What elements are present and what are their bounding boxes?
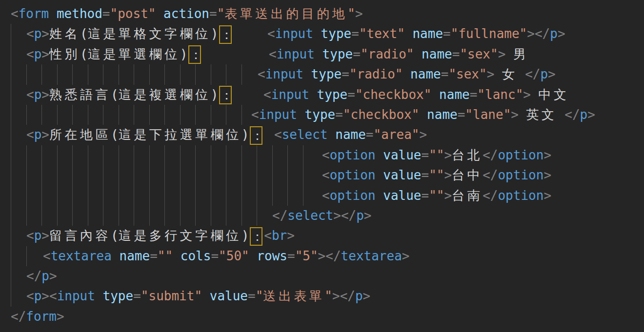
code-token: [402, 67, 410, 81]
indent-guide: [149, 64, 150, 84]
code-token: <: [26, 289, 34, 303]
code-token: p: [355, 289, 363, 303]
code-token: <: [26, 228, 34, 243]
code-token: [376, 168, 383, 182]
code-token: value: [383, 148, 421, 162]
indent-guide: [134, 206, 134, 226]
code-token: "lanc": [477, 87, 523, 102]
indent-guide: [11, 105, 11, 125]
code-chunk: <input type="checkbox" name="lanc"> 中文: [263, 85, 569, 105]
code-token: "fullname": [451, 26, 527, 41]
code-token: =: [470, 87, 478, 102]
code-line-7: <p>所在地區(這是下拉選單欄位)：<select name="area">: [0, 125, 644, 145]
code-token: value: [383, 168, 421, 182]
indent-guide: [164, 165, 165, 185]
code-token: <: [322, 148, 330, 162]
indent-guide: [149, 165, 150, 185]
code-token: option: [498, 188, 543, 203]
indent-guide: [287, 186, 288, 206]
indent-guide: [119, 165, 119, 185]
indent-guide: [11, 85, 11, 105]
code-token: =: [422, 168, 429, 182]
code-token: 女: [502, 67, 518, 81]
code-token: =: [133, 289, 141, 303]
code-token: input: [275, 26, 313, 41]
indent-guide: [103, 64, 103, 84]
indent-guide: [180, 145, 181, 165]
code-token: <: [49, 289, 57, 303]
code-token: >: [543, 168, 551, 182]
code-token: [156, 6, 163, 21]
code-token: [405, 26, 413, 41]
code-chunk: <option value="">台北</option>: [322, 145, 551, 165]
code-token: rows: [257, 249, 287, 263]
code-token: (: [111, 228, 119, 243]
code-token: p: [34, 127, 42, 142]
code-token: =: [248, 289, 256, 303]
code-token: option: [330, 188, 376, 203]
indent-guide: [57, 165, 58, 185]
code-token: >: [287, 228, 295, 243]
code-token: =: [351, 26, 359, 41]
code-token: option: [498, 148, 543, 162]
code-token: type: [317, 87, 348, 102]
code-token: [49, 6, 57, 21]
indent-guide: [134, 105, 134, 125]
code-line-9: <option value="">台中</option>: [0, 165, 644, 185]
code-token: 男: [513, 47, 529, 61]
indent-guide: [287, 165, 288, 185]
code-token: [249, 249, 257, 263]
indent-guide: [88, 165, 88, 185]
indent-guide: [242, 64, 242, 84]
indent-guide: [119, 186, 119, 206]
indent-guide: [26, 206, 27, 226]
indent-guide: [195, 105, 196, 125]
code-token: "": [429, 168, 444, 182]
code-token: [313, 26, 321, 41]
indent-guide: [26, 186, 27, 206]
code-token: >: [41, 289, 49, 303]
code-token: [414, 47, 422, 61]
code-line-16: </form>: [0, 307, 644, 327]
code-line-4: <input type="radio" name="sex"> 女 </p>: [0, 64, 644, 84]
indent-guide: [119, 206, 119, 226]
code-chunk: <input type="radio" name="sex"> 女 </p>: [258, 64, 556, 84]
code-token: textarea: [51, 249, 112, 263]
code-token: =: [209, 6, 217, 21]
code-editor[interactable]: <form method="post" action="表單送出的目的地"><p…: [0, 4, 644, 327]
indent-guide: [11, 145, 11, 165]
code-chunk: <input type="radio" name="sex"> 男: [269, 44, 528, 64]
code-token: [517, 67, 525, 81]
code-token: >: [49, 269, 57, 283]
code-token: =: [441, 67, 449, 81]
indent-guide: [226, 145, 226, 165]
code-token: </: [325, 249, 341, 263]
code-token: form: [19, 6, 49, 21]
code-token: 性別: [49, 47, 80, 61]
code-line-11: </select></p>: [0, 206, 644, 226]
code-token: ": [347, 6, 355, 21]
indent-guide: [41, 64, 42, 84]
indent-guide: [11, 125, 11, 145]
code-line-2: <p>姓名(這是單格文字欄位)：<input type="text" name=…: [0, 24, 644, 44]
indent-guide: [11, 286, 11, 306]
code-token: [309, 87, 317, 102]
code-token: name: [412, 26, 443, 41]
indent-guide: [180, 105, 181, 125]
code-token: </: [11, 309, 26, 324]
code-token: =: [422, 148, 429, 162]
indent-guide: [88, 186, 88, 206]
code-token: "50": [219, 249, 249, 263]
code-token: >: [419, 127, 427, 142]
indent-guide: [195, 186, 196, 206]
code-token: =: [150, 249, 158, 263]
code-line-14: </p>: [0, 266, 644, 286]
code-chunk: <input type="checkbox" name="lane"> 英文 <…: [251, 105, 595, 125]
code-token: "sex": [448, 67, 486, 81]
code-token: </: [525, 67, 540, 81]
code-token: <: [322, 168, 330, 182]
code-token: 台中: [452, 168, 483, 182]
indent-guide: [303, 186, 303, 206]
indent-guide: [11, 165, 11, 185]
code-token: [519, 107, 526, 122]
